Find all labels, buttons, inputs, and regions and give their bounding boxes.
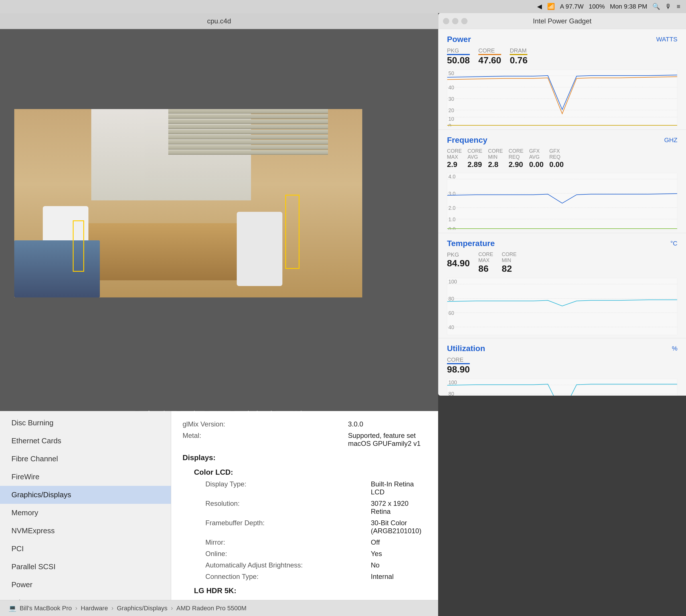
sidebar-item-disc-burning[interactable]: Disc Burning: [0, 414, 171, 432]
blind-slat: [168, 135, 328, 139]
frequency-metrics: COREMAX 2.9 COREAVG 2.89 COREMIN 2.8 COR…: [447, 148, 678, 169]
render-window-title: cpu.c4d: [207, 17, 231, 25]
breadcrumb: 💻 Bill's MacBook Pro › Hardware › Graphi…: [0, 600, 438, 616]
core-max-temp-value: 86: [478, 263, 493, 274]
sysinfo-content: Disc Burning Ethernet Cards Fibre Channe…: [0, 411, 438, 600]
core-util-label: CORE: [447, 356, 470, 364]
glx-version-row: glMix Version: 3.0.0: [183, 420, 427, 428]
zoom-button[interactable]: [461, 18, 467, 24]
utilization-section-header: Utilization %: [447, 344, 678, 353]
connection-type-value: Internal: [371, 573, 394, 580]
pkg-temp-value: 84.90: [447, 258, 470, 269]
temperature-unit: °C: [670, 240, 678, 247]
traffic-lights: [443, 18, 467, 24]
power-chart-svg: [447, 70, 677, 127]
mirror-value: Off: [371, 538, 380, 546]
frequency-section-header: Frequency GHZ: [447, 136, 678, 145]
battery-label: A 97.7W: [560, 3, 584, 10]
gfx-req-label: GFXREQ: [549, 148, 564, 160]
core-util-metric: CORE 98.90: [447, 356, 470, 375]
pkg-metric: PKG 50.08: [447, 47, 470, 66]
sofa-area: [14, 240, 100, 298]
auto-brightness-row: Automatically Adjust Brightness: No: [183, 561, 427, 569]
sidebar-item-printers[interactable]: Printers: [0, 594, 171, 600]
window-light: [91, 109, 251, 200]
core-max-metric: COREMAX 2.9: [447, 148, 462, 169]
close-button[interactable]: [443, 18, 449, 24]
blind-slat: [168, 130, 328, 134]
sidebar-item-ethernet-cards[interactable]: Ethernet Cards: [0, 432, 171, 450]
core-max-temp-label: COREMAX: [478, 251, 493, 263]
gadget-title: Intel Power Gadget: [533, 17, 591, 25]
sidebar-item-fibre-channel[interactable]: Fibre Channel: [0, 450, 171, 468]
mirror-label: Mirror:: [205, 538, 371, 546]
menubar: ◀ 📶 A 97.7W 100% Mon 9:38 PM 🔍 🎙 ≡: [0, 0, 686, 13]
auto-brightness-value: No: [371, 561, 380, 569]
breadcrumb-sep-2: ›: [111, 604, 113, 612]
glx-version-label: glMix Version:: [183, 420, 348, 428]
render-title-bar: cpu.c4d: [0, 13, 438, 29]
power-section-header: Power WATTS: [447, 35, 678, 44]
core-min-metric: COREMIN 2.8: [488, 148, 503, 169]
gadget-title-bar: Intel Power Gadget: [438, 13, 686, 29]
pkg-value: 50.08: [447, 55, 470, 66]
power-chart: 50 40 30 20 10 0: [447, 70, 678, 127]
utilization-chart: 100 80 60 40 20 0: [447, 379, 678, 396]
utilization-section: Utilization % CORE 98.90 100 80 60 40 20…: [438, 338, 686, 396]
sidebar-item-power[interactable]: Power: [0, 576, 171, 594]
mirror-row: Mirror: Off: [183, 538, 427, 546]
framebuffer-depth-value: 30-Bit Color (ARGB2101010): [371, 519, 427, 535]
display-type-row: Display Type: Built-In Retina LCD: [183, 480, 427, 496]
sysinfo-sidebar: Disc Burning Ethernet Cards Fibre Channe…: [0, 411, 171, 600]
connection-type-label: Connection Type:: [205, 573, 371, 580]
online-label: Online:: [205, 550, 371, 558]
power-section: Power WATTS PKG 50.08 CORE 47.60 DRAM 0.…: [438, 29, 686, 130]
sidebar-item-parallel-scsi[interactable]: Parallel SCSI: [0, 558, 171, 576]
sidebar-item-pci[interactable]: PCI: [0, 540, 171, 558]
sidebar-item-firewire[interactable]: FireWire: [0, 468, 171, 486]
core-max-temp-metric: COREMAX 86: [478, 251, 493, 274]
frequency-chart: 4.0 3.0 2.0 1.0 0.0: [447, 173, 678, 230]
metal-value: Supported, feature set macOS GPUFamily2 …: [348, 432, 427, 447]
core-power-value: 47.60: [478, 55, 501, 66]
utilization-chart-svg: [447, 379, 677, 396]
frequency-section: Frequency GHZ COREMAX 2.9 COREAVG 2.89 C…: [438, 130, 686, 233]
display-type-value: Built-In Retina LCD: [371, 480, 427, 496]
breadcrumb-sep-1: ›: [75, 604, 77, 612]
frequency-title: Frequency: [447, 136, 487, 145]
dram-metric: DRAM 0.76: [510, 47, 527, 66]
gfx-req-metric: GFXREQ 0.00: [549, 148, 564, 169]
gfx-avg-metric: GFXAVG 0.00: [529, 148, 544, 169]
resolution-row: Resolution: 3072 x 1920 Retina: [183, 500, 427, 515]
minimize-button[interactable]: [452, 18, 458, 24]
breadcrumb-item-2: Hardware: [81, 604, 108, 612]
siri-icon[interactable]: 🎙: [665, 3, 671, 10]
framebuffer-depth-row: Framebuffer Depth: 30-Bit Color (ARGB210…: [183, 519, 427, 535]
lg-hdr-title: LG HDR 5K:: [183, 586, 427, 595]
sysinfo-main: glMix Version: 3.0.0 Metal: Supported, f…: [171, 411, 438, 600]
pkg-temp-metric: PKG 84.90: [447, 251, 470, 274]
render-window: cpu.c4d: [0, 13, 438, 424]
color-lcd-title: Color LCD:: [183, 468, 427, 477]
power-metrics: PKG 50.08 CORE 47.60 DRAM 0.76: [447, 47, 678, 66]
temperature-metrics: PKG 84.90 COREMAX 86 COREMIN 82: [447, 251, 678, 274]
core-min-label: COREMIN: [488, 148, 503, 160]
gfx-avg-value: 0.00: [529, 160, 544, 169]
sidebar-item-graphics-displays[interactable]: Graphics/Displays: [0, 486, 171, 504]
menubar-right: ◀ 📶 A 97.7W 100% Mon 9:38 PM 🔍 🎙 ≡: [537, 3, 680, 10]
blind-slat: [168, 114, 328, 119]
core-avg-metric: COREAVG 2.89: [467, 148, 482, 169]
display-type-label: Display Type:: [205, 480, 371, 496]
sidebar-item-nvmexpress[interactable]: NVMExpress: [0, 522, 171, 540]
power-unit: WATTS: [656, 36, 678, 43]
blind-slat: [168, 125, 328, 129]
blind-slat: [168, 150, 328, 155]
breadcrumb-icon: 💻: [8, 604, 16, 612]
frequency-unit: GHZ: [664, 136, 678, 144]
sidebar-item-memory[interactable]: Memory: [0, 504, 171, 522]
search-icon[interactable]: 🔍: [652, 3, 660, 10]
menu-icon[interactable]: ≡: [677, 3, 680, 10]
framebuffer-depth-label: Framebuffer Depth:: [205, 519, 371, 535]
render-image-area: [14, 109, 362, 298]
displays-title: Displays:: [183, 453, 427, 462]
